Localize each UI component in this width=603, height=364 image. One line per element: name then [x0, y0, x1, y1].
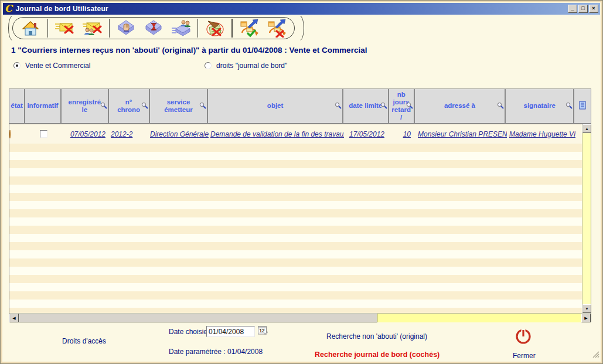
- app-logo-icon: C: [5, 4, 12, 13]
- column-header-label: adressé à: [444, 102, 475, 110]
- page-title: 1 "Courriers internes reçus non 'abouti'…: [11, 46, 367, 55]
- resize-grip[interactable]: [592, 350, 599, 360]
- column-header-signataire[interactable]: signataire: [506, 89, 574, 123]
- transfer-validate-icon: [239, 19, 259, 38]
- vertical-scrollbar[interactable]: ▲ ▼: [582, 124, 591, 313]
- empty-rows-area: [9, 144, 582, 313]
- toolbar: [12, 17, 295, 39]
- date-choisie-label: Date choisie: [169, 328, 207, 336]
- column-header-corner[interactable]: [574, 89, 591, 123]
- pending-mail-button[interactable]: [143, 18, 165, 38]
- fermer-button[interactable]: [514, 326, 533, 348]
- objet-cell[interactable]: Demande de validation de la fin des trav…: [209, 130, 344, 138]
- toolbar-decoration-right: [296, 16, 304, 40]
- status-orange-icon: [9, 130, 11, 138]
- radio-unselected-icon[interactable]: [205, 62, 212, 69]
- nb-jours-retard-cell[interactable]: 10: [390, 130, 415, 138]
- search-icon[interactable]: [380, 101, 387, 111]
- maximize-button[interactable]: □: [578, 5, 588, 13]
- transfer-validate-button[interactable]: [239, 18, 260, 38]
- radio-option-vente-et-commercial[interactable]: Vente et Commercial: [13, 62, 90, 70]
- service-emetteur-cell[interactable]: Direction Générale: [150, 130, 209, 138]
- column-header-label: signataire: [524, 102, 556, 110]
- date-choisie-input[interactable]: [206, 326, 255, 337]
- calendar-button[interactable]: 12: [257, 325, 268, 339]
- search-icon[interactable]: [141, 101, 148, 111]
- search-icon[interactable]: [335, 101, 342, 111]
- date-parametree-label: Date paramétrée : 01/04/2008: [169, 348, 263, 356]
- svg-text:12: 12: [259, 328, 265, 334]
- delete-mail-users-icon: [82, 19, 102, 38]
- window-controls: _ □ ×: [568, 5, 598, 13]
- column-header-no-chrono[interactable]: n° chrono: [109, 89, 150, 123]
- column-header-label: enregistré le: [68, 98, 101, 114]
- droits-acces-button[interactable]: Droits d'accès: [62, 337, 106, 345]
- scroll-down-icon[interactable]: ▼: [582, 304, 591, 313]
- delete-mail-users-button[interactable]: [81, 18, 103, 38]
- radio-selected-icon[interactable]: [13, 62, 21, 69]
- toolbar-separator: [231, 19, 232, 38]
- horizontal-scrollbar[interactable]: ◀ ▶: [9, 313, 591, 322]
- transfer-cancel-button[interactable]: [265, 18, 287, 38]
- signataire-cell[interactable]: Madame Huguette VITO: [507, 130, 575, 138]
- status-cell: [9, 130, 25, 138]
- delete-journal-button[interactable]: [204, 18, 226, 38]
- scroll-right-icon[interactable]: ▶: [581, 314, 591, 322]
- radio-option-droits-journal-de-bord[interactable]: droits "journal de bord": [205, 62, 287, 70]
- scroll-left-icon[interactable]: ◀: [9, 314, 19, 322]
- column-header-label: n° chrono: [117, 98, 140, 114]
- toolbar-separator: [47, 19, 48, 38]
- delete-mail-icon: [54, 19, 74, 38]
- minimize-button[interactable]: _: [568, 5, 577, 13]
- search-icon[interactable]: [565, 101, 573, 111]
- informatif-checkbox[interactable]: [40, 130, 47, 138]
- journal-table: état informatif enregistré le n° chrono …: [9, 89, 591, 322]
- delete-mail-button[interactable]: [54, 18, 76, 38]
- hold-mail-button[interactable]: [115, 18, 137, 38]
- send-mail-users-icon: [171, 19, 191, 38]
- column-header-adresse-a[interactable]: adressé à: [415, 89, 506, 123]
- column-header-enregistre-le[interactable]: enregistré le: [62, 89, 109, 123]
- power-icon: [514, 326, 533, 346]
- column-header-informatif[interactable]: informatif: [25, 89, 62, 123]
- no-chrono-cell[interactable]: 2012-2: [109, 130, 150, 138]
- column-header-nb-jours-retard[interactable]: nb jours retard /: [389, 89, 415, 123]
- column-header-date-limite[interactable]: date limite: [343, 89, 389, 123]
- column-header-objet[interactable]: objet: [208, 89, 343, 123]
- hold-mail-icon: [117, 19, 135, 38]
- pending-mail-icon: [144, 19, 163, 38]
- home-button[interactable]: [20, 18, 42, 38]
- home-icon: [21, 19, 40, 38]
- recherche-journal-label: Recherche journal de bord (cochés): [315, 351, 440, 359]
- enregistre-le-cell[interactable]: 07/05/2012: [62, 130, 109, 138]
- calendar-icon: 12: [257, 325, 268, 336]
- send-mail-users-button[interactable]: [170, 18, 192, 38]
- transfer-cancel-icon: [267, 19, 287, 38]
- table-rows: 07/05/2012 2012-2 Direction Générale Dem…: [9, 124, 582, 313]
- delete-journal-icon: [205, 19, 225, 38]
- table-row[interactable]: 07/05/2012 2012-2 Direction Générale Dem…: [9, 124, 582, 144]
- date-limite-cell[interactable]: 17/05/2012: [344, 130, 390, 138]
- app-window: C Journal de bord Utilisateur _ □ ×: [0, 0, 603, 364]
- search-icon[interactable]: [406, 101, 413, 111]
- recherche-non-abouti-label: Recherche non 'abouti' (original): [326, 332, 427, 341]
- column-header-label: objet: [267, 102, 283, 110]
- search-icon[interactable]: [199, 101, 206, 111]
- column-header-service-emetteur[interactable]: service émetteur: [150, 89, 209, 123]
- horizontal-scroll-thumb[interactable]: [19, 314, 377, 322]
- adresse-a-cell[interactable]: Monsieur Christian PRESENT,: [415, 130, 507, 138]
- toolbar-separator: [197, 19, 198, 38]
- toolbar-separator: [109, 19, 110, 38]
- vertical-scroll-track[interactable]: [582, 133, 591, 304]
- close-button[interactable]: ×: [589, 5, 598, 13]
- column-header-etat[interactable]: état: [9, 89, 25, 123]
- title-bar: C Journal de bord Utilisateur _ □ ×: [3, 3, 600, 15]
- column-header-label: date limite: [349, 102, 382, 110]
- horizontal-scroll-track[interactable]: [377, 314, 581, 322]
- form-list-icon[interactable]: [579, 101, 587, 112]
- table-header-row: état informatif enregistré le n° chrono …: [9, 89, 591, 124]
- search-icon[interactable]: [497, 101, 504, 111]
- search-icon[interactable]: [100, 101, 107, 111]
- column-header-label: informatif: [27, 102, 58, 110]
- scroll-up-icon[interactable]: ▲: [582, 124, 591, 133]
